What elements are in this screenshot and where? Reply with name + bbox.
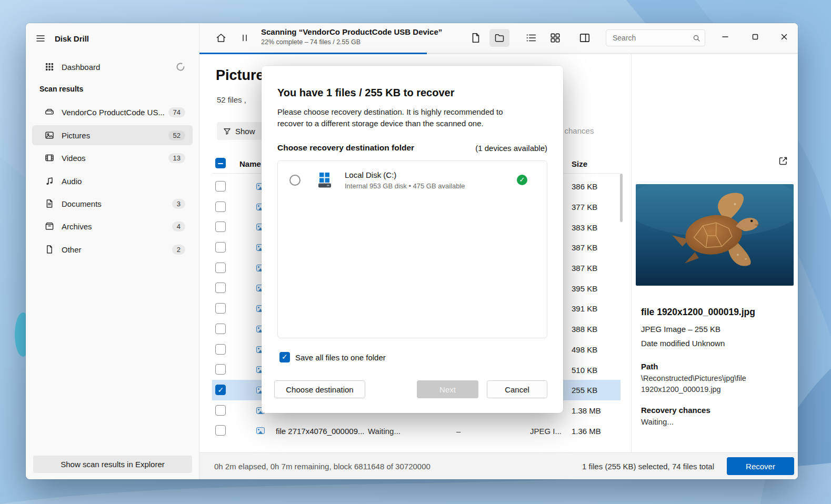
- scan-progress-fill: [199, 53, 427, 54]
- sidebar-item-label: Documents: [62, 199, 172, 208]
- open-external-icon[interactable]: [776, 154, 790, 168]
- device-row-local-disk-c[interactable]: Local Disk (C:) Internal 953 GB disk • 4…: [278, 161, 547, 199]
- preview-date-modified: Date modified Unknown: [641, 339, 725, 348]
- dashboard-grid-icon: [45, 62, 54, 72]
- row-checkbox[interactable]: [215, 242, 226, 253]
- row-checkbox[interactable]: [215, 425, 226, 436]
- recovery-destination-dialog: You have 1 files / 255 KB to recover Ple…: [262, 66, 563, 413]
- sidebar-item-archives[interactable]: Archives 4: [32, 216, 193, 236]
- list-view-button[interactable]: [523, 30, 539, 46]
- cancel-button[interactable]: Cancel: [487, 380, 547, 398]
- status-bar: 0h 2m elapsed, 0h 7m remaining, block 68…: [199, 452, 798, 479]
- scan-subtitle: 22% complete – 74 files / 2.55 GB: [261, 38, 442, 46]
- file-size: 395 KB: [572, 284, 597, 293]
- close-button[interactable]: [772, 26, 796, 47]
- grid-view-button[interactable]: [547, 30, 563, 46]
- dialog-title: You have 1 files / 255 KB to recover: [277, 87, 454, 99]
- home-button[interactable]: [213, 30, 229, 46]
- sidebar-item-other[interactable]: Other 2: [32, 239, 193, 259]
- show-filter-label: Show: [235, 127, 255, 136]
- choose-destination-button[interactable]: Choose destination: [274, 380, 365, 398]
- sidebar-item-label: Pictures: [62, 131, 168, 140]
- scan-results-section-label: Scan results: [39, 85, 83, 93]
- sidebar-item-dashboard[interactable]: Dashboard: [32, 57, 193, 77]
- count-badge: 52: [168, 130, 185, 140]
- app-title: Disk Drill: [55, 34, 89, 43]
- sidebar: Disk Drill Dashboard Scan results: [26, 23, 199, 479]
- file-size: 391 KB: [572, 304, 597, 313]
- table-row[interactable]: file 2717x4076_000009... Waiting... – JP…: [212, 420, 620, 441]
- show-in-explorer-button[interactable]: Show scan results in Explorer: [33, 456, 192, 473]
- file-size: 383 KB: [572, 223, 597, 231]
- devices-available-text: (1 devices available): [475, 144, 547, 153]
- row-checkbox[interactable]: [215, 364, 226, 375]
- funnel-icon: [223, 127, 231, 135]
- size-column-header[interactable]: Size: [572, 159, 587, 168]
- image-file-icon: [256, 427, 265, 434]
- sidebar-item-pictures[interactable]: Pictures 52: [32, 125, 193, 145]
- loading-spinner-icon: [176, 62, 185, 72]
- destination-heading: Choose recovery destination folder: [277, 143, 414, 153]
- sidebar-item-documents[interactable]: Documents 3: [32, 194, 193, 214]
- archive-box-icon: [45, 221, 54, 231]
- preview-recovery-label: Recovery chances: [641, 406, 710, 415]
- file-size: 386 KB: [572, 182, 597, 191]
- row-checkbox[interactable]: [215, 263, 226, 273]
- destination-device-list: Local Disk (C:) Internal 953 GB disk • 4…: [277, 160, 547, 338]
- minimize-button[interactable]: [713, 26, 737, 47]
- file-size: 377 KB: [572, 203, 597, 211]
- sidebar-item-label: Videos: [62, 154, 168, 163]
- row-checkbox[interactable]: [215, 201, 226, 212]
- search-input[interactable]: [612, 33, 693, 43]
- file-name: file 2717x4076_000009...: [276, 426, 364, 435]
- sidebar-item-label: Dashboard: [62, 63, 176, 72]
- device-ok-check-icon: [517, 175, 527, 185]
- count-badge: 74: [168, 107, 185, 117]
- row-checkbox-checked[interactable]: [215, 385, 226, 395]
- device-details: Internal 953 GB disk • 475 GB available: [345, 182, 465, 190]
- show-filter-button[interactable]: Show: [217, 122, 263, 140]
- file-preview-image: [636, 184, 794, 286]
- file-size: 388 KB: [572, 325, 597, 334]
- file-type: JPEG I...: [530, 426, 562, 435]
- save-all-checkbox[interactable]: [279, 352, 290, 362]
- side-panel-toggle-button[interactable]: [577, 30, 593, 46]
- videos-icon: [45, 153, 54, 163]
- folder-view-button[interactable]: [489, 29, 509, 47]
- row-checkbox[interactable]: [215, 324, 226, 334]
- sidebar-item-label: Other: [62, 245, 172, 254]
- file-icon: [45, 245, 54, 254]
- count-badge: 2: [172, 245, 185, 255]
- hamburger-menu-button[interactable]: [33, 32, 48, 45]
- sidebar-item-videos[interactable]: Videos 13: [32, 148, 193, 168]
- row-checkbox[interactable]: [215, 344, 226, 355]
- sidebar-item-vendorco-device[interactable]: VendorCo ProductCode US... 74: [32, 102, 193, 122]
- pause-scan-button[interactable]: [237, 30, 253, 46]
- name-column-header[interactable]: Name: [239, 159, 261, 168]
- toolbar: Scanning “VendorCo ProductCode USB Devic…: [199, 23, 798, 53]
- select-all-checkbox[interactable]: [215, 158, 226, 168]
- row-checkbox[interactable]: [215, 405, 226, 416]
- search-icon: [693, 34, 700, 42]
- document-icon: [45, 199, 54, 208]
- scan-status-block: Scanning “VendorCo ProductCode USB Devic…: [261, 27, 442, 46]
- table-scrollbar-thumb[interactable]: [620, 174, 623, 222]
- row-checkbox[interactable]: [215, 283, 226, 293]
- count-badge: 4: [172, 221, 185, 231]
- recover-button[interactable]: Recover: [727, 457, 794, 475]
- save-all-row: Save all files to one folder: [279, 352, 386, 362]
- preview-path-value: \Reconstructed\Pictures\jpg\file 1920x12…: [641, 373, 767, 395]
- device-radio-button[interactable]: [289, 175, 301, 186]
- maximize-button[interactable]: [743, 26, 767, 47]
- next-button-disabled[interactable]: Next: [417, 380, 478, 398]
- count-badge: 13: [168, 153, 185, 163]
- page-subtitle: 52 files ,: [217, 95, 246, 104]
- row-checkbox[interactable]: [215, 303, 226, 314]
- sidebar-item-label: VendorCo ProductCode US...: [62, 108, 168, 117]
- sidebar-item-audio[interactable]: Audio: [32, 171, 193, 191]
- row-checkbox[interactable]: [215, 181, 226, 191]
- preview-path-label: Path: [641, 362, 658, 371]
- row-checkbox[interactable]: [215, 221, 226, 232]
- preview-recovery-value: Waiting...: [641, 417, 674, 426]
- new-session-file-button[interactable]: [468, 30, 484, 46]
